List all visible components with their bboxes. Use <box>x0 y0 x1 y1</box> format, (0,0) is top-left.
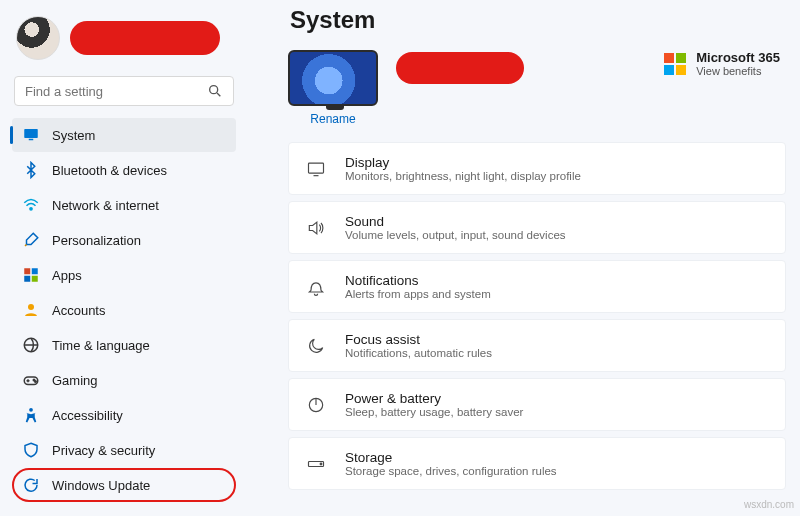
moon-icon <box>305 336 327 356</box>
main-panel: System Rename Microsoft 365 View benefit… <box>248 0 800 516</box>
sidebar-item-label: Network & internet <box>52 198 159 213</box>
device-block: Rename <box>288 50 524 126</box>
sidebar-item-windows-update[interactable]: Windows Update <box>12 468 236 502</box>
sidebar-nav: System Bluetooth & devices Network & int… <box>12 118 236 502</box>
settings-item-notifications[interactable]: NotificationsAlerts from apps and system <box>288 260 786 313</box>
profile-name-redacted <box>70 21 220 55</box>
device-thumb <box>288 50 378 106</box>
sidebar-item-label: Bluetooth & devices <box>52 163 167 178</box>
sidebar-item-label: Personalization <box>52 233 141 248</box>
svg-rect-6 <box>32 268 38 274</box>
sidebar-item-label: Apps <box>52 268 82 283</box>
settings-item-display[interactable]: DisplayMonitors, brightness, night light… <box>288 142 786 195</box>
avatar[interactable] <box>16 16 60 60</box>
card-sub: Volume levels, output, input, sound devi… <box>345 229 566 241</box>
card-sub: Sleep, battery usage, battery saver <box>345 406 523 418</box>
person-icon <box>22 301 40 319</box>
card-title: Display <box>345 155 581 170</box>
sidebar-item-accessibility[interactable]: Accessibility <box>12 398 236 432</box>
sidebar-item-bluetooth[interactable]: Bluetooth & devices <box>12 153 236 187</box>
rename-link[interactable]: Rename <box>288 112 378 126</box>
svg-point-18 <box>320 463 322 465</box>
accessibility-icon <box>22 406 40 424</box>
svg-point-14 <box>29 408 33 412</box>
settings-item-sound[interactable]: SoundVolume levels, output, input, sound… <box>288 201 786 254</box>
card-sub: Storage space, drives, configuration rul… <box>345 465 557 477</box>
card-title: Storage <box>345 450 557 465</box>
settings-item-focus-assist[interactable]: Focus assistNotifications, automatic rul… <box>288 319 786 372</box>
sound-icon <box>305 218 327 238</box>
update-icon <box>22 476 40 494</box>
sidebar-item-label: Privacy & security <box>52 443 155 458</box>
sidebar-item-privacy[interactable]: Privacy & security <box>12 433 236 467</box>
settings-item-storage[interactable]: StorageStorage space, drives, configurat… <box>288 437 786 490</box>
sidebar-item-time-language[interactable]: Time & language <box>12 328 236 362</box>
watermark: wsxdn.com <box>744 499 794 510</box>
svg-point-13 <box>35 381 37 383</box>
card-title: Sound <box>345 214 566 229</box>
sidebar-item-label: Time & language <box>52 338 150 353</box>
bluetooth-icon <box>22 161 40 179</box>
sidebar-item-apps[interactable]: Apps <box>12 258 236 292</box>
sidebar-item-label: System <box>52 128 95 143</box>
sidebar-item-network[interactable]: Network & internet <box>12 188 236 222</box>
monitor-icon <box>22 126 40 144</box>
sidebar-item-gaming[interactable]: Gaming <box>12 363 236 397</box>
brush-icon <box>22 231 40 249</box>
card-sub: Alerts from apps and system <box>345 288 491 300</box>
settings-item-power[interactable]: Power & batterySleep, battery usage, bat… <box>288 378 786 431</box>
clock-globe-icon <box>22 336 40 354</box>
svg-line-1 <box>217 93 220 96</box>
shield-icon <box>22 441 40 459</box>
sidebar-item-label: Gaming <box>52 373 98 388</box>
apps-icon <box>22 266 40 284</box>
card-title: Notifications <box>345 273 491 288</box>
power-icon <box>305 395 327 415</box>
microsoft-logo-icon <box>664 53 686 75</box>
svg-rect-2 <box>24 129 38 138</box>
card-sub: Monitors, brightness, night light, displ… <box>345 170 581 182</box>
storage-icon <box>305 454 327 474</box>
sidebar-item-label: Accessibility <box>52 408 123 423</box>
search-box[interactable] <box>14 76 234 106</box>
sidebar-item-label: Windows Update <box>52 478 150 493</box>
promo-title: Microsoft 365 <box>696 50 780 65</box>
sidebar: System Bluetooth & devices Network & int… <box>0 0 248 516</box>
svg-rect-8 <box>32 276 38 282</box>
card-title: Focus assist <box>345 332 492 347</box>
settings-list: DisplayMonitors, brightness, night light… <box>288 142 786 490</box>
svg-rect-15 <box>309 163 324 173</box>
card-title: Power & battery <box>345 391 523 406</box>
svg-rect-5 <box>24 268 30 274</box>
card-sub: Notifications, automatic rules <box>345 347 492 359</box>
search-input[interactable] <box>25 84 205 99</box>
svg-point-0 <box>210 86 218 94</box>
microsoft-365-promo[interactable]: Microsoft 365 View benefits <box>664 50 780 77</box>
svg-rect-7 <box>24 276 30 282</box>
gamepad-icon <box>22 371 40 389</box>
sidebar-item-personalization[interactable]: Personalization <box>12 223 236 257</box>
svg-point-9 <box>28 304 34 310</box>
promo-sub: View benefits <box>696 65 780 77</box>
display-icon <box>305 159 327 179</box>
sidebar-item-accounts[interactable]: Accounts <box>12 293 236 327</box>
profile-header[interactable] <box>12 10 236 70</box>
bell-icon <box>305 277 327 297</box>
device-name-redacted <box>396 52 524 84</box>
page-title: System <box>290 6 786 34</box>
sidebar-item-label: Accounts <box>52 303 105 318</box>
svg-rect-3 <box>29 139 34 141</box>
search-icon <box>207 83 223 99</box>
sidebar-item-system[interactable]: System <box>12 118 236 152</box>
system-header: Rename Microsoft 365 View benefits <box>288 50 786 126</box>
wifi-icon <box>22 196 40 214</box>
svg-point-4 <box>30 208 32 210</box>
